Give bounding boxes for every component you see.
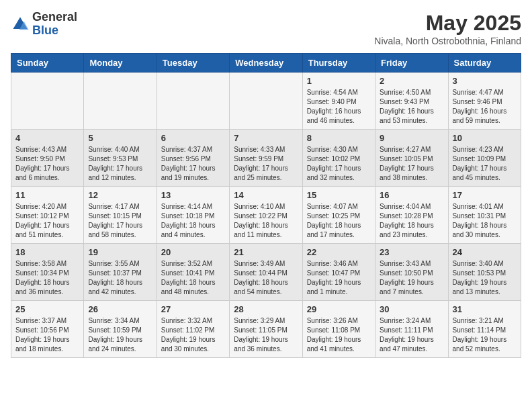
calendar-cell: 16Sunrise: 4:04 AM Sunset: 10:28 PM Dayl… — [375, 187, 448, 244]
day-number: 8 — [307, 133, 371, 143]
logo-text: General Blue — [32, 11, 77, 38]
day-info: Sunrise: 3:55 AM Sunset: 10:37 PM Daylig… — [88, 259, 152, 297]
day-info: Sunrise: 3:43 AM Sunset: 10:50 PM Daylig… — [380, 259, 443, 297]
day-info: Sunrise: 4:27 AM Sunset: 10:05 PM Daylig… — [380, 145, 443, 183]
day-number: 28 — [234, 304, 298, 314]
day-info: Sunrise: 3:52 AM Sunset: 10:41 PM Daylig… — [161, 259, 225, 297]
day-number: 9 — [380, 133, 443, 143]
calendar-cell: 31Sunrise: 3:21 AM Sunset: 11:14 PM Dayl… — [448, 301, 521, 358]
day-number: 13 — [161, 190, 225, 200]
calendar-cell: 14Sunrise: 4:10 AM Sunset: 10:22 PM Dayl… — [230, 187, 302, 244]
calendar-cell: 15Sunrise: 4:07 AM Sunset: 10:25 PM Dayl… — [302, 187, 375, 244]
weekday-header-friday: Friday — [375, 54, 448, 73]
calendar-cell: 26Sunrise: 3:34 AM Sunset: 10:59 PM Dayl… — [84, 301, 157, 358]
calendar-cell: 28Sunrise: 3:29 AM Sunset: 11:05 PM Dayl… — [230, 301, 302, 358]
day-info: Sunrise: 3:29 AM Sunset: 11:05 PM Daylig… — [234, 316, 298, 354]
day-number: 20 — [161, 247, 225, 257]
day-number: 15 — [307, 190, 371, 200]
day-number: 3 — [453, 76, 517, 86]
day-info: Sunrise: 4:23 AM Sunset: 10:09 PM Daylig… — [453, 145, 517, 183]
day-number: 19 — [88, 247, 152, 257]
calendar-cell: 7Sunrise: 4:33 AM Sunset: 9:59 PM Daylig… — [230, 130, 302, 187]
calendar-cell: 27Sunrise: 3:32 AM Sunset: 11:02 PM Dayl… — [157, 301, 229, 358]
calendar-cell: 19Sunrise: 3:55 AM Sunset: 10:37 PM Dayl… — [84, 244, 157, 301]
day-info: Sunrise: 4:40 AM Sunset: 9:53 PM Dayligh… — [88, 145, 152, 183]
day-number: 6 — [161, 133, 225, 143]
calendar-week-row: 18Sunrise: 3:58 AM Sunset: 10:34 PM Dayl… — [11, 244, 521, 301]
day-info: Sunrise: 4:20 AM Sunset: 10:12 PM Daylig… — [15, 202, 79, 240]
calendar-cell: 3Sunrise: 4:47 AM Sunset: 9:46 PM Daylig… — [448, 73, 521, 130]
day-number: 23 — [380, 247, 443, 257]
weekday-header-sunday: Sunday — [11, 54, 84, 73]
calendar-week-row: 11Sunrise: 4:20 AM Sunset: 10:12 PM Dayl… — [11, 187, 521, 244]
day-number: 11 — [15, 190, 79, 200]
calendar-cell — [157, 73, 229, 130]
day-info: Sunrise: 3:32 AM Sunset: 11:02 PM Daylig… — [161, 316, 225, 354]
calendar-cell: 1Sunrise: 4:54 AM Sunset: 9:40 PM Daylig… — [302, 73, 375, 130]
calendar-cell: 29Sunrise: 3:26 AM Sunset: 11:08 PM Dayl… — [302, 301, 375, 358]
day-number: 12 — [88, 190, 152, 200]
calendar-cell: 10Sunrise: 4:23 AM Sunset: 10:09 PM Dayl… — [448, 130, 521, 187]
day-number: 30 — [380, 304, 443, 314]
day-number: 7 — [234, 133, 298, 143]
day-info: Sunrise: 4:30 AM Sunset: 10:02 PM Daylig… — [307, 145, 371, 183]
calendar-cell: 21Sunrise: 3:49 AM Sunset: 10:44 PM Dayl… — [230, 244, 302, 301]
day-number: 14 — [234, 190, 298, 200]
logo-blue: Blue — [32, 24, 77, 38]
day-info: Sunrise: 3:21 AM Sunset: 11:14 PM Daylig… — [453, 316, 517, 354]
calendar-cell: 18Sunrise: 3:58 AM Sunset: 10:34 PM Dayl… — [11, 244, 84, 301]
day-info: Sunrise: 4:07 AM Sunset: 10:25 PM Daylig… — [307, 202, 371, 240]
day-info: Sunrise: 4:01 AM Sunset: 10:31 PM Daylig… — [453, 202, 517, 240]
day-number: 31 — [453, 304, 517, 314]
page-header: General Blue May 2025 Nivala, North Ostr… — [11, 11, 521, 46]
day-number: 21 — [234, 247, 298, 257]
day-info: Sunrise: 4:10 AM Sunset: 10:22 PM Daylig… — [234, 202, 298, 240]
calendar-cell — [11, 73, 84, 130]
calendar-cell: 8Sunrise: 4:30 AM Sunset: 10:02 PM Dayli… — [302, 130, 375, 187]
calendar-cell: 30Sunrise: 3:24 AM Sunset: 11:11 PM Dayl… — [375, 301, 448, 358]
calendar-cell: 20Sunrise: 3:52 AM Sunset: 10:41 PM Dayl… — [157, 244, 229, 301]
calendar-cell — [230, 73, 302, 130]
day-info: Sunrise: 4:33 AM Sunset: 9:59 PM Dayligh… — [234, 145, 298, 183]
day-number: 2 — [380, 76, 443, 86]
weekday-header-tuesday: Tuesday — [157, 54, 229, 73]
day-info: Sunrise: 3:46 AM Sunset: 10:47 PM Daylig… — [307, 259, 371, 297]
calendar-cell: 6Sunrise: 4:37 AM Sunset: 9:56 PM Daylig… — [157, 130, 229, 187]
day-info: Sunrise: 3:40 AM Sunset: 10:53 PM Daylig… — [453, 259, 517, 297]
weekday-header-row: SundayMondayTuesdayWednesdayThursdayFrid… — [11, 54, 521, 73]
calendar-table: SundayMondayTuesdayWednesdayThursdayFrid… — [11, 53, 521, 358]
calendar-cell: 12Sunrise: 4:17 AM Sunset: 10:15 PM Dayl… — [84, 187, 157, 244]
calendar-cell: 23Sunrise: 3:43 AM Sunset: 10:50 PM Dayl… — [375, 244, 448, 301]
calendar-cell: 25Sunrise: 3:37 AM Sunset: 10:56 PM Dayl… — [11, 301, 84, 358]
calendar-cell: 2Sunrise: 4:50 AM Sunset: 9:43 PM Daylig… — [375, 73, 448, 130]
day-info: Sunrise: 4:14 AM Sunset: 10:18 PM Daylig… — [161, 202, 225, 240]
day-number: 24 — [453, 247, 517, 257]
day-number: 5 — [88, 133, 152, 143]
day-info: Sunrise: 3:34 AM Sunset: 10:59 PM Daylig… — [88, 316, 152, 354]
day-info: Sunrise: 3:58 AM Sunset: 10:34 PM Daylig… — [15, 259, 79, 297]
calendar-cell: 17Sunrise: 4:01 AM Sunset: 10:31 PM Dayl… — [448, 187, 521, 244]
day-info: Sunrise: 4:17 AM Sunset: 10:15 PM Daylig… — [88, 202, 152, 240]
day-number: 18 — [15, 247, 79, 257]
calendar-title: May 2025 — [374, 11, 521, 36]
day-info: Sunrise: 3:24 AM Sunset: 11:11 PM Daylig… — [380, 316, 443, 354]
day-info: Sunrise: 4:47 AM Sunset: 9:46 PM Dayligh… — [453, 88, 517, 126]
title-block: May 2025 Nivala, North Ostrobothnia, Fin… — [374, 11, 521, 46]
calendar-week-row: 25Sunrise: 3:37 AM Sunset: 10:56 PM Dayl… — [11, 301, 521, 358]
day-number: 10 — [453, 133, 517, 143]
day-info: Sunrise: 4:04 AM Sunset: 10:28 PM Daylig… — [380, 202, 443, 240]
calendar-cell: 4Sunrise: 4:43 AM Sunset: 9:50 PM Daylig… — [11, 130, 84, 187]
calendar-cell: 22Sunrise: 3:46 AM Sunset: 10:47 PM Dayl… — [302, 244, 375, 301]
calendar-cell: 11Sunrise: 4:20 AM Sunset: 10:12 PM Dayl… — [11, 187, 84, 244]
day-number: 4 — [15, 133, 79, 143]
weekday-header-wednesday: Wednesday — [230, 54, 302, 73]
calendar-cell: 5Sunrise: 4:40 AM Sunset: 9:53 PM Daylig… — [84, 130, 157, 187]
day-number: 22 — [307, 247, 371, 257]
calendar-cell — [84, 73, 157, 130]
calendar-cell: 9Sunrise: 4:27 AM Sunset: 10:05 PM Dayli… — [375, 130, 448, 187]
day-info: Sunrise: 3:49 AM Sunset: 10:44 PM Daylig… — [234, 259, 298, 297]
weekday-header-monday: Monday — [84, 54, 157, 73]
logo: General Blue — [11, 11, 77, 38]
logo-general: General — [32, 11, 77, 24]
day-info: Sunrise: 4:54 AM Sunset: 9:40 PM Dayligh… — [307, 88, 371, 126]
